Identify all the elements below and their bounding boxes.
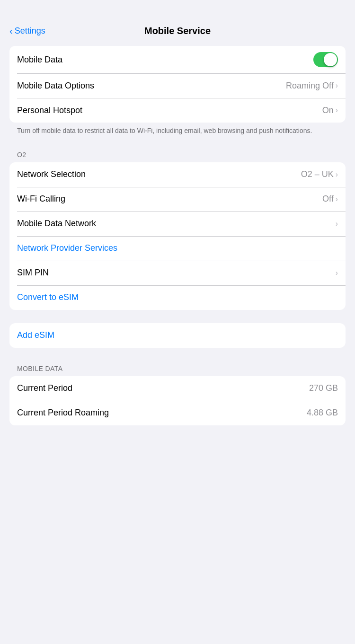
mobile-data-network-right: › (336, 220, 338, 228)
back-chevron-icon: ‹ (9, 26, 13, 35)
mobile-data-options-right: Roaming Off › (286, 81, 338, 91)
section2-header: O2 (9, 147, 346, 162)
back-button[interactable]: ‹ Settings (9, 26, 45, 36)
chevron-icon: › (336, 269, 338, 277)
current-period-value: 270 GB (309, 383, 338, 393)
mobile-data-network-label: Mobile Data Network (17, 219, 96, 229)
wifi-calling-value: Off (322, 194, 334, 204)
sim-pin-row[interactable]: SIM PIN › (9, 261, 346, 285)
nav-header: ‹ Settings Mobile Service (0, 0, 355, 42)
add-esim-row[interactable]: Add eSIM (9, 323, 346, 348)
network-selection-label: Network Selection (17, 169, 86, 179)
personal-hotspot-right: On › (322, 106, 338, 115)
convert-esim-label: Convert to eSIM (17, 292, 79, 302)
section-mobile-data: Mobile Data Mobile Data Options Roaming … (9, 46, 346, 143)
network-provider-services-row[interactable]: Network Provider Services (9, 236, 346, 261)
mobile-data-label: Mobile Data (17, 55, 62, 65)
section-mobile-data-stats: MOBILE DATA Current Period 270 GB Curren… (9, 361, 346, 425)
toggle-knob (324, 53, 337, 66)
sim-pin-right: › (336, 269, 338, 277)
mobile-data-toggle[interactable] (313, 52, 338, 67)
current-period-row: Current Period 270 GB (9, 376, 346, 401)
network-selection-row[interactable]: Network Selection O2 – UK › (9, 162, 346, 187)
current-period-label: Current Period (17, 383, 72, 393)
chevron-icon: › (336, 195, 338, 203)
section-card-add-esim: Add eSIM (9, 323, 346, 348)
chevron-icon: › (336, 220, 338, 228)
wifi-calling-right: Off › (322, 194, 338, 204)
section-card-stats: Current Period 270 GB Current Period Roa… (9, 376, 346, 425)
sim-pin-label: SIM PIN (17, 268, 49, 278)
chevron-icon: › (336, 170, 338, 179)
mobile-data-options-label: Mobile Data Options (17, 81, 94, 91)
convert-esim-row[interactable]: Convert to eSIM (9, 285, 346, 310)
add-esim-label: Add eSIM (17, 330, 54, 340)
mobile-data-options-row[interactable]: Mobile Data Options Roaming Off › (9, 73, 346, 98)
mobile-data-options-value: Roaming Off (286, 81, 334, 91)
chevron-icon: › (336, 81, 338, 90)
current-period-roaming-label: Current Period Roaming (17, 408, 109, 418)
mobile-data-row[interactable]: Mobile Data (9, 46, 346, 73)
wifi-calling-label: Wi-Fi Calling (17, 194, 65, 204)
section4-header: MOBILE DATA (9, 361, 346, 376)
section-o2: O2 Network Selection O2 – UK › Wi-Fi Cal… (9, 147, 346, 310)
section-card-mobile-data: Mobile Data Mobile Data Options Roaming … (9, 46, 346, 123)
wifi-calling-row[interactable]: Wi-Fi Calling Off › (9, 187, 346, 212)
back-label: Settings (15, 26, 45, 36)
network-selection-value: O2 – UK (301, 169, 334, 179)
network-provider-services-label: Network Provider Services (17, 243, 117, 253)
personal-hotspot-row[interactable]: Personal Hotspot On › (9, 98, 346, 123)
personal-hotspot-value: On (322, 106, 334, 115)
section1-footer: Turn off mobile data to restrict all dat… (9, 123, 346, 143)
section-add-esim: Add eSIM (9, 323, 346, 348)
current-period-roaming-value: 4.88 GB (307, 408, 338, 418)
network-selection-right: O2 – UK › (301, 169, 338, 179)
mobile-data-network-row[interactable]: Mobile Data Network › (9, 212, 346, 236)
chevron-icon: › (336, 106, 338, 115)
page-title: Mobile Service (144, 26, 211, 36)
personal-hotspot-label: Personal Hotspot (17, 106, 82, 115)
current-period-roaming-row: Current Period Roaming 4.88 GB (9, 401, 346, 425)
section-card-o2: Network Selection O2 – UK › Wi-Fi Callin… (9, 162, 346, 310)
